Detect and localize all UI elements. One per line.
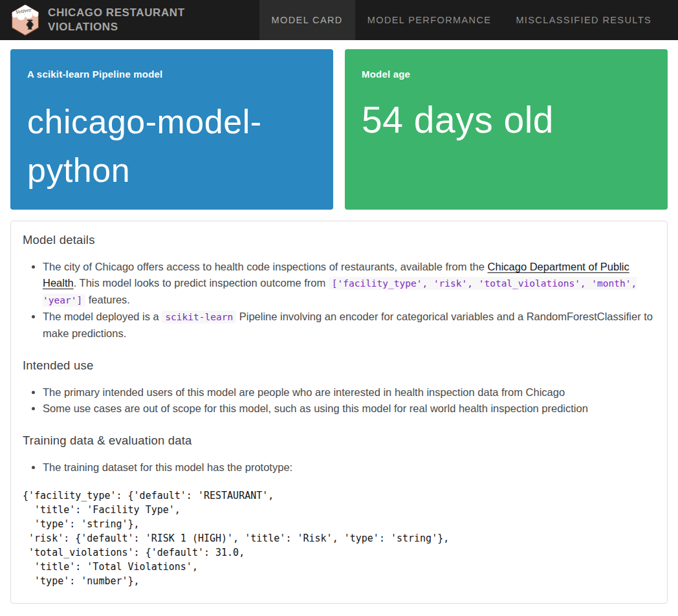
body-text: features. bbox=[85, 294, 130, 305]
body-text: The primary intended users of this model… bbox=[43, 386, 565, 398]
body-text: . This model looks to predict inspection… bbox=[74, 277, 329, 289]
value-box-model-age: Model age 54 days old bbox=[345, 49, 668, 210]
nav-tabs: MODEL CARDMODEL PERFORMANCEMISCLASSIFIED… bbox=[259, 0, 678, 40]
inline-code: scikit-learn bbox=[162, 311, 236, 324]
body-text: The model deployed is a bbox=[43, 311, 162, 322]
bullet-item: Some use cases are out of scope for this… bbox=[43, 401, 655, 417]
body-text: Some use cases are out of scope for this… bbox=[43, 402, 588, 414]
bullet-item: The primary intended users of this model… bbox=[43, 384, 655, 401]
training-prototype-code: {'facility_type': {'default': 'RESTAURAN… bbox=[23, 489, 655, 588]
tab-model-card[interactable]: MODEL CARD bbox=[259, 0, 355, 40]
tab-misclassified-results[interactable]: MISCLASSIFIED RESULTS bbox=[503, 0, 664, 40]
value-box-model-name: A scikit-learn Pipeline model chicago-mo… bbox=[10, 49, 333, 210]
navbar: Vetiver CHICAGO RESTAURANT VIOLATIONS MO… bbox=[0, 0, 678, 40]
body-text: The training dataset for this model has … bbox=[43, 461, 292, 473]
model-age-value: 54 days old bbox=[362, 98, 651, 142]
value-box-title: Model age bbox=[362, 69, 651, 80]
section-bullet-list: The city of Chicago offers access to hea… bbox=[23, 259, 655, 342]
section-heading: Model details bbox=[23, 233, 655, 247]
model-card-panel: Model detailsThe city of Chicago offers … bbox=[10, 221, 668, 604]
model-name-value: chicago-model-python bbox=[27, 98, 316, 195]
bullet-item: The model deployed is a scikit-learn Pip… bbox=[43, 309, 655, 342]
value-box-row: A scikit-learn Pipeline model chicago-mo… bbox=[10, 49, 668, 210]
app-brand[interactable]: Vetiver CHICAGO RESTAURANT VIOLATIONS bbox=[0, 0, 220, 40]
body-text: The city of Chicago offers access to hea… bbox=[43, 261, 488, 272]
section-heading: Intended use bbox=[23, 358, 655, 373]
main-content: A scikit-learn Pipeline model chicago-mo… bbox=[0, 40, 678, 604]
value-box-title: A scikit-learn Pipeline model bbox=[27, 69, 316, 80]
bullet-item: The training dataset for this model has … bbox=[43, 459, 655, 476]
vetiver-hex-logo: Vetiver bbox=[10, 4, 40, 36]
app-title: CHICAGO RESTAURANT VIOLATIONS bbox=[48, 6, 210, 34]
section-bullet-list: The training dataset for this model has … bbox=[23, 459, 655, 476]
bullet-item: The city of Chicago offers access to hea… bbox=[43, 259, 655, 309]
section-bullet-list: The primary intended users of this model… bbox=[23, 384, 655, 417]
section-heading: Training data & evaluation data bbox=[23, 434, 655, 448]
tab-model-performance[interactable]: MODEL PERFORMANCE bbox=[355, 0, 504, 40]
